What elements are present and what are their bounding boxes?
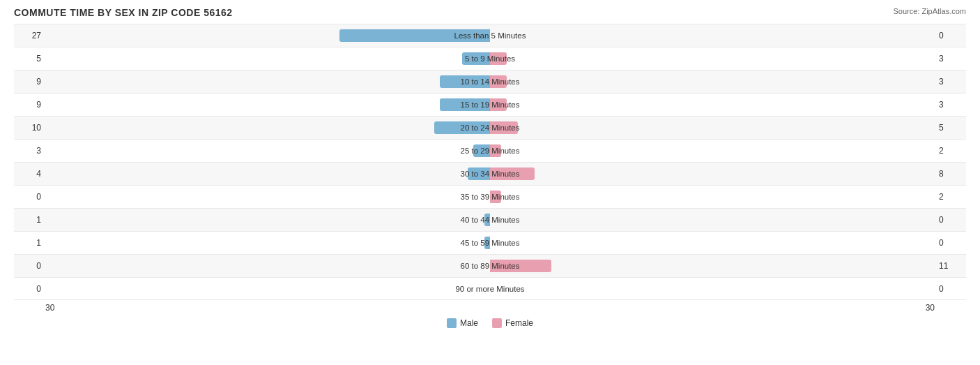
female-value: 0 (935, 215, 966, 225)
female-bar (490, 52, 507, 65)
row-label: 90 or more Minutes (455, 285, 524, 293)
bars-container: 90 or more Minutes (45, 278, 935, 299)
chart-row: 910 to 14 Minutes3 (14, 70, 966, 93)
male-bar (484, 237, 490, 249)
chart-container: COMMUTE TIME BY SEX IN ZIP CODE 56162 So… (0, 0, 980, 365)
male-bar (462, 52, 490, 65)
chart-row: 140 to 44 Minutes0 (14, 208, 966, 231)
female-value: 8 (935, 169, 966, 179)
male-bar (434, 121, 490, 134)
male-bar (339, 29, 490, 42)
male-value: 1 (14, 215, 45, 225)
chart-row: 55 to 9 Minutes3 (14, 47, 966, 70)
male-label: Male (460, 318, 478, 328)
female-bar (490, 191, 501, 203)
male-bar (440, 75, 490, 88)
male-value: 0 (14, 284, 45, 294)
female-value: 0 (935, 284, 966, 294)
male-bar (484, 214, 490, 226)
male-value: 27 (14, 31, 45, 40)
male-value: 5 (14, 54, 45, 64)
chart-row: 915 to 19 Minutes3 (14, 93, 966, 116)
bars-container: 20 to 24 Minutes (45, 117, 935, 139)
female-label: Female (505, 318, 533, 328)
female-value: 0 (935, 31, 966, 40)
chart-row: 060 to 89 Minutes11 (14, 254, 966, 277)
bars-container: 35 to 39 Minutes (45, 186, 935, 208)
male-value: 4 (14, 169, 45, 179)
female-value: 5 (935, 123, 966, 133)
female-bar (490, 121, 518, 134)
female-value: 3 (935, 100, 966, 110)
bars-container: 5 to 9 Minutes (45, 47, 935, 70)
bars-container: 40 to 44 Minutes (45, 209, 935, 231)
male-value: 0 (14, 192, 45, 202)
female-value: 2 (935, 192, 966, 202)
row-label: 45 to 59 Minutes (460, 239, 519, 247)
axis-right: 30 (926, 303, 935, 313)
chart-row: 430 to 34 Minutes8 (14, 162, 966, 185)
male-value: 10 (14, 123, 45, 133)
legend: Male Female (14, 318, 966, 328)
female-value: 2 (935, 146, 966, 156)
bars-container: 45 to 59 Minutes (45, 232, 935, 254)
female-bar (490, 167, 535, 180)
male-color-swatch (447, 318, 457, 328)
male-bar (473, 144, 490, 157)
bars-container: 10 to 14 Minutes (45, 70, 935, 93)
chart-row: 1020 to 24 Minutes5 (14, 116, 966, 139)
chart-row: 035 to 39 Minutes2 (14, 185, 966, 208)
row-label: 40 to 44 Minutes (460, 216, 519, 224)
chart-row: 325 to 29 Minutes2 (14, 139, 966, 162)
bars-container: Less than 5 Minutes (45, 24, 935, 47)
female-bar (490, 144, 501, 157)
bars-container: 60 to 89 Minutes (45, 255, 935, 277)
chart-area: 27Less than 5 Minutes055 to 9 Minutes391… (14, 24, 966, 300)
source-label: Source: ZipAtlas.com (893, 7, 966, 15)
female-value: 3 (935, 54, 966, 64)
male-value: 9 (14, 77, 45, 87)
male-value: 3 (14, 146, 45, 156)
axis-left: 30 (45, 303, 54, 313)
female-value: 3 (935, 77, 966, 87)
male-value: 0 (14, 261, 45, 271)
legend-female: Female (492, 318, 533, 328)
male-bar (468, 167, 490, 180)
chart-row: 090 or more Minutes0 (14, 277, 966, 300)
female-color-swatch (492, 318, 502, 328)
axis-labels: 30 30 (14, 301, 966, 314)
chart-title: COMMUTE TIME BY SEX IN ZIP CODE 56162 (14, 7, 966, 18)
bars-container: 30 to 34 Minutes (45, 163, 935, 185)
bars-container: 25 to 29 Minutes (45, 140, 935, 162)
bars-container: 15 to 19 Minutes (45, 94, 935, 116)
legend-male: Male (447, 318, 478, 328)
female-bar (490, 75, 507, 88)
chart-row: 145 to 59 Minutes0 (14, 231, 966, 254)
female-bar (490, 98, 507, 111)
male-value: 9 (14, 100, 45, 110)
female-value: 0 (935, 238, 966, 248)
chart-row: 27Less than 5 Minutes0 (14, 24, 966, 47)
male-value: 1 (14, 238, 45, 248)
female-value: 11 (935, 261, 966, 271)
female-bar (490, 260, 551, 272)
male-bar (440, 98, 490, 111)
